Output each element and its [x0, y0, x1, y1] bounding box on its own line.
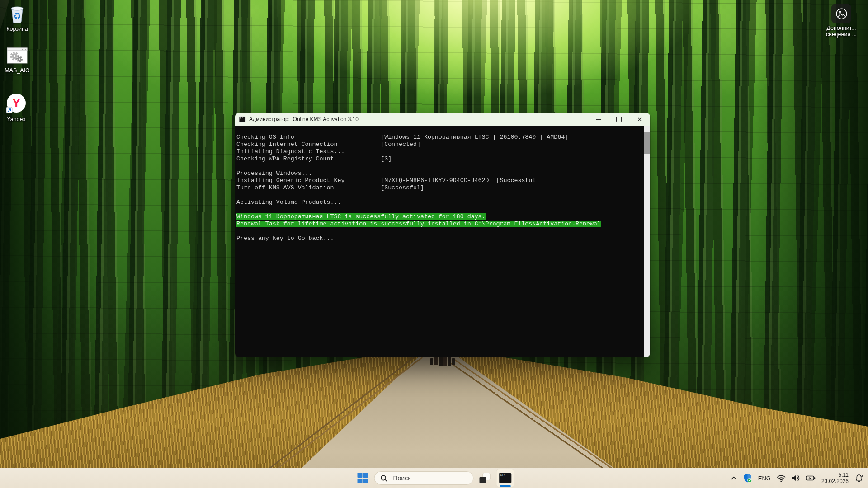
desktop-icon-label: Дополнит...	[827, 25, 856, 31]
start-button[interactable]	[354, 469, 372, 487]
desktop-icon-picture-info[interactable]: Дополнит... сведения ...	[822, 4, 860, 38]
tray-volume[interactable]	[788, 469, 803, 487]
desktop-icon-recycle-bin[interactable]: ♻ Корзина	[0, 3, 36, 32]
scrollbar-thumb[interactable]	[644, 132, 650, 154]
bell-dnd-icon: z	[854, 473, 864, 483]
search-input[interactable]	[392, 474, 462, 482]
close-icon: ✕	[637, 117, 642, 122]
console-window-online-kms-activation: C:\ Администратор: Online KMS Activation…	[235, 113, 650, 357]
windows-logo-icon	[357, 473, 368, 484]
active-app-indicator	[500, 485, 511, 487]
console-line	[236, 127, 644, 134]
minimize-button[interactable]	[588, 113, 609, 126]
yandex-browser-icon: Y	[5, 92, 28, 115]
tray-clock[interactable]: 5:11 23.02.2026	[818, 472, 852, 485]
desktop-icon-label: Yandex	[7, 116, 25, 122]
tray-language-indicator[interactable]: ENG	[755, 469, 774, 487]
console-line: Windows 11 Корпоративная LTSC is success…	[236, 213, 644, 221]
close-button[interactable]: ✕	[629, 113, 650, 126]
taskbar-app-cmd[interactable]: C:\_	[496, 469, 514, 487]
window-title: Администратор: Online KMS Activation 3.1…	[249, 116, 359, 122]
taskbar-center-group: C:\_	[354, 468, 514, 488]
recycle-symbol: ♻	[13, 11, 21, 21]
tray-notifications[interactable]: z	[852, 469, 866, 487]
console-line	[236, 206, 644, 213]
desktop-icon-yandex[interactable]: Y Yandex	[0, 92, 35, 122]
distant-person	[439, 356, 443, 366]
console-line: Checking WPA Registry Count [3]	[236, 155, 644, 163]
wifi-icon	[776, 474, 786, 483]
window-controls: ✕	[588, 113, 650, 126]
chevron-up-icon	[729, 474, 738, 483]
console-line: Processing Windows...	[236, 170, 644, 177]
console-line: Initiating Diagnostic Tests...	[236, 148, 644, 155]
distant-person	[448, 356, 451, 366]
system-tray: ENG 5:11 23.02.2026	[727, 468, 866, 488]
task-view-icon	[480, 473, 491, 483]
desktop-icon-label-line2: сведения ...	[826, 31, 857, 38]
minimize-icon	[596, 119, 601, 119]
console-line	[236, 192, 644, 199]
battery-charging-icon	[805, 474, 816, 483]
taskbar-search[interactable]	[374, 471, 474, 485]
console-line	[236, 163, 644, 170]
console-line: Checking Internet Connection [Connected]	[236, 141, 644, 148]
cmd-app-icon: C:\_	[499, 473, 512, 483]
distant-person	[443, 357, 447, 366]
window-titlebar[interactable]: C:\ Администратор: Online KMS Activation…	[235, 113, 650, 126]
taskbar: C:\_ ENG	[0, 468, 868, 488]
batch-script-gears-icon	[6, 46, 28, 66]
desktop-icon-label: MAS_AIO	[5, 67, 30, 74]
cmd-window-icon: C:\	[239, 116, 246, 123]
distant-person	[434, 357, 438, 365]
tray-date: 23.02.2026	[821, 478, 849, 485]
picture-info-icon	[831, 4, 851, 23]
tray-wifi[interactable]	[774, 469, 788, 487]
svg-text:z: z	[861, 474, 863, 478]
console-line	[236, 228, 644, 235]
task-view-button[interactable]	[476, 469, 494, 487]
recycle-bin-icon: ♻	[7, 3, 28, 24]
maximize-button[interactable]	[609, 113, 629, 126]
console-line: Installing Generic Product Key [M7XTQ-FN…	[236, 177, 644, 184]
yandex-y-letter: Y	[12, 96, 21, 110]
console-output: Checking OS Info [Windows 11 Корпоративн…	[235, 126, 644, 357]
speaker-icon	[791, 474, 801, 483]
console-line: Renewal Task for lifetime activation is …	[236, 221, 644, 228]
console-line: Activating Volume Products...	[236, 199, 644, 206]
tray-overflow-button[interactable]	[727, 469, 741, 487]
security-shield-icon	[743, 473, 753, 483]
desktop-icon-mas-aio[interactable]: MAS_AIO	[0, 46, 36, 74]
distant-person	[452, 358, 455, 365]
svg-text:C:\: C:\	[240, 117, 244, 120]
distant-person	[430, 358, 433, 365]
tray-time: 5:11	[839, 472, 849, 479]
console-scrollbar[interactable]	[644, 126, 650, 357]
console-line: Turn off KMS AVS Validation [Successful]	[236, 184, 644, 192]
desktop-icon-label: Корзина	[6, 26, 28, 32]
tray-battery[interactable]	[803, 469, 818, 487]
console-line: Press any key to Go back...	[236, 235, 644, 242]
tray-security-shield[interactable]	[741, 469, 755, 487]
console-line: Checking OS Info [Windows 11 Корпоративн…	[236, 134, 644, 141]
maximize-icon	[616, 117, 622, 122]
search-icon	[380, 474, 388, 482]
